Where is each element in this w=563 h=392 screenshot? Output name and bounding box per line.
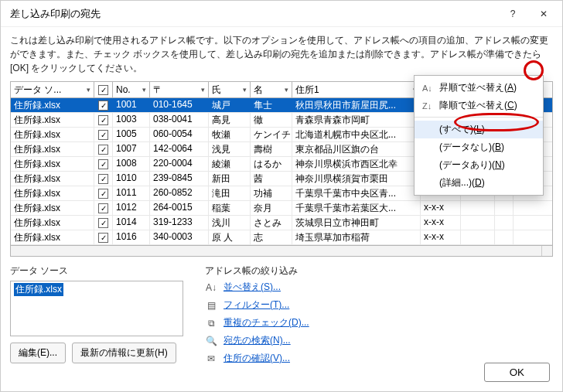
cell-checkbox[interactable]: ✓: [94, 98, 113, 112]
column-filter-menu: A↓昇順で並べ替え(A) Z↓降順で並べ替え(C) (すべて)(L) (データな…: [414, 75, 544, 196]
row-checkbox[interactable]: ✓: [98, 189, 108, 199]
data-source-item[interactable]: 住所録.xlsx: [14, 283, 63, 296]
ok-button[interactable]: OK: [484, 363, 550, 382]
cell-address1: 神奈川県横須賀市栗田: [292, 172, 421, 186]
cell-pad: [495, 230, 514, 244]
cell-checkbox[interactable]: ✓: [94, 157, 113, 171]
filter-nonblanks-item[interactable]: (データあり)(N): [415, 156, 543, 174]
sort-desc-icon: Z↓: [422, 101, 433, 111]
cell-checkbox[interactable]: ✓: [94, 230, 113, 244]
row-checkbox[interactable]: ✓: [98, 203, 108, 213]
row-checkbox[interactable]: ✓: [98, 145, 108, 155]
cell-checkbox[interactable]: ✓: [94, 172, 113, 186]
row-checkbox[interactable]: ✓: [98, 218, 108, 228]
cell-lastname: 新田: [209, 172, 251, 186]
cell-answer: [461, 230, 495, 244]
sort-asc-icon: A↓: [422, 84, 433, 93]
row-checkbox[interactable]: ✓: [98, 101, 108, 111]
cell-lastname: 原 人: [209, 230, 251, 244]
refine-panel: アドレス帳の絞り込み A↓並べ替え(S)... ▤フィルター(T)... ⧉重複…: [205, 264, 309, 365]
cell-zip: 010-1645: [150, 98, 209, 112]
cell-address1: 神奈川県横浜市西区北幸: [292, 157, 421, 171]
col-zip[interactable]: 〒▾: [150, 82, 209, 97]
grid-scrollbar[interactable]: [11, 245, 552, 256]
validate-address-link[interactable]: 住所の確認(V)...: [223, 352, 290, 365]
chevron-down-icon: ▾: [243, 86, 247, 94]
col-no[interactable]: No.▾: [113, 82, 150, 97]
data-source-list[interactable]: 住所録.xlsx: [10, 281, 183, 336]
chevron-down-icon: ▾: [285, 86, 288, 94]
cell-lastname: 浅川: [209, 216, 251, 230]
row-checkbox[interactable]: ✓: [98, 115, 108, 125]
cell-checkbox[interactable]: ✓: [94, 201, 113, 215]
cell-firstname: 隼士: [251, 98, 292, 112]
row-checkbox[interactable]: ✓: [98, 130, 108, 140]
cell-address1: 東京都品川区旗の台: [292, 142, 421, 156]
cell-zip: 260-0852: [150, 186, 209, 200]
cell-no: 1011: [113, 186, 150, 200]
search-icon: 🔍: [205, 336, 217, 346]
cell-pad: [495, 201, 514, 215]
cell-checkbox[interactable]: ✓: [94, 186, 113, 200]
cell-no: 1005: [113, 128, 150, 141]
table-row[interactable]: 住所録.xlsx✓1014319-1233浅川さとみ茨城県日立市神田町x-x-x: [11, 216, 552, 230]
chevron-down-icon: ▾: [201, 86, 205, 94]
cell-source: 住所録.xlsx: [11, 142, 94, 156]
col-address1[interactable]: 住所1▾: [292, 82, 421, 97]
validate-icon: ✉: [205, 353, 217, 364]
cell-address1: 埼玉県草加市稲荷: [292, 230, 421, 244]
col-firstname[interactable]: 名▾: [251, 82, 292, 97]
cell-zip: 239-0845: [150, 172, 209, 186]
filter-advanced-item[interactable]: (詳細...)(D): [415, 174, 543, 192]
sort-desc-item[interactable]: Z↓降順で並べ替え(C): [415, 97, 543, 118]
cell-firstname: 志: [251, 230, 292, 244]
merge-recipients-dialog: 差し込み印刷の宛先 ? ✕ これは差し込み印刷で使用されるアドレス帳です。以下の…: [0, 0, 563, 392]
cell-source: 住所録.xlsx: [11, 186, 94, 200]
cell-checkbox[interactable]: ✓: [94, 142, 113, 156]
cell-checkbox[interactable]: ✓: [94, 216, 113, 230]
cell-lastname: 牧瀬: [209, 128, 251, 141]
cell-source: 住所録.xlsx: [11, 128, 94, 141]
cell-address1: 千葉県千葉市若葉区大...: [292, 201, 421, 215]
cell-no: 1016: [113, 230, 150, 244]
cell-source: 住所録.xlsx: [11, 113, 94, 127]
help-button[interactable]: ?: [497, 2, 528, 26]
cell-no: 1010: [113, 172, 150, 186]
titlebar: 差し込み印刷の宛先 ? ✕: [1, 1, 562, 27]
cell-zip: 142-0064: [150, 142, 209, 156]
refine-label: アドレス帳の絞り込み: [205, 264, 309, 278]
cell-lastname: 綾瀬: [209, 157, 251, 171]
refresh-button[interactable]: 最新の情報に更新(H): [72, 343, 176, 363]
cell-firstname: さとみ: [251, 216, 292, 230]
cell-pad: [495, 216, 514, 230]
header-checkbox[interactable]: ✓: [98, 85, 108, 95]
sort-link[interactable]: 並べ替え(S)...: [223, 281, 281, 294]
close-button[interactable]: ✕: [528, 2, 559, 26]
cell-address1: 北海道札幌市中央区北...: [292, 128, 421, 141]
table-row[interactable]: 住所録.xlsx✓1016340-0003原 人志埼玉県草加市稲荷x-x-x: [11, 230, 552, 245]
cell-no: 1001: [113, 98, 150, 112]
cell-zip: 220-0004: [150, 157, 209, 171]
col-source[interactable]: データ ソ...▾: [11, 82, 94, 97]
edit-button[interactable]: 編集(E)...: [10, 343, 66, 363]
row-checkbox[interactable]: ✓: [98, 174, 108, 184]
cell-source: 住所録.xlsx: [11, 172, 94, 186]
table-row[interactable]: 住所録.xlsx✓1012264-0015稲葉奈月千葉県千葉市若葉区大...x-…: [11, 201, 552, 216]
cell-checkbox[interactable]: ✓: [94, 128, 113, 141]
filter-link[interactable]: フィルター(T)...: [223, 298, 289, 312]
filter-blanks-item[interactable]: (データなし)(B): [415, 138, 543, 156]
col-lastname[interactable]: 氏▾: [209, 82, 251, 97]
row-checkbox[interactable]: ✓: [98, 159, 108, 169]
filter-all-item[interactable]: (すべて)(L): [415, 121, 543, 138]
filter-icon: ▤: [205, 300, 217, 311]
find-recipient-link[interactable]: 宛先の検索(N)...: [223, 334, 291, 347]
cell-address2: x-x-x: [421, 216, 461, 230]
cell-checkbox[interactable]: ✓: [94, 113, 113, 127]
cell-firstname: ケンイチ: [251, 128, 292, 141]
find-dup-link[interactable]: 重複のチェック(D)...: [223, 316, 309, 329]
col-checkbox[interactable]: ✓: [94, 82, 113, 97]
cell-answer: [461, 201, 495, 215]
sort-asc-item[interactable]: A↓昇順で並べ替え(A): [415, 79, 543, 97]
row-checkbox[interactable]: ✓: [98, 233, 108, 243]
cell-no: 1012: [113, 201, 150, 215]
